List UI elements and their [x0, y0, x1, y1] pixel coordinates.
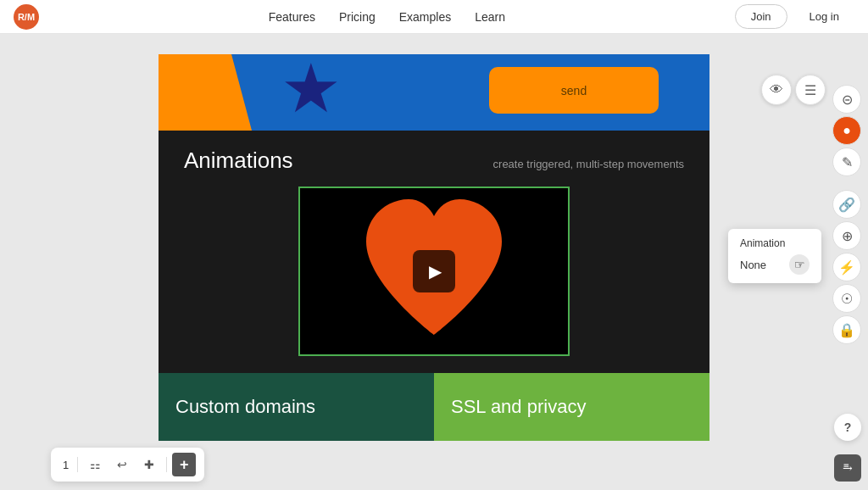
- link-icon: 🔗: [838, 197, 855, 213]
- toolbar-divider-2: [166, 457, 167, 472]
- popup-value[interactable]: None: [740, 259, 766, 271]
- nav-examples[interactable]: Examples: [399, 10, 451, 24]
- menu-button[interactable]: ☰: [795, 75, 826, 105]
- popup-cursor: ☞: [789, 254, 810, 275]
- layers-icon: ⚏: [90, 458, 101, 471]
- bottom-toolbar: 1 ⚏ ↩ ✚ +: [51, 448, 204, 482]
- send-pill: send: [489, 67, 659, 114]
- grid-tool[interactable]: ⊝: [832, 85, 861, 114]
- nav-actions: Join Log in: [735, 4, 854, 29]
- video-player[interactable]: ▶: [298, 187, 570, 356]
- globe-tool[interactable]: ☉: [832, 284, 861, 313]
- play-icon: ▶: [429, 261, 442, 281]
- menu-icon: ☰: [804, 82, 816, 98]
- canvas-area: 👁 ☰ ★ send Animations create triggered, …: [0, 34, 868, 490]
- fullscreen-icon: ⥱: [843, 461, 853, 475]
- zoom-icon: ⊕: [842, 228, 853, 244]
- help-button[interactable]: ?: [834, 414, 861, 441]
- bottom-sections: Custom domains SSL and privacy: [159, 373, 709, 441]
- dot-icon: ●: [843, 123, 851, 138]
- section-header: Animations create triggered, multi-step …: [184, 148, 684, 174]
- logo-text: R/M: [18, 12, 35, 22]
- lightning-tool[interactable]: ⚡: [832, 253, 861, 281]
- fullscreen-button[interactable]: ⥱: [834, 454, 861, 482]
- nav-features[interactable]: Features: [269, 10, 315, 24]
- top-navigation: R/M Features Pricing Examples Learn Join…: [0, 0, 868, 34]
- layers-button[interactable]: ⚏: [83, 453, 107, 476]
- eye-icon: 👁: [770, 82, 783, 97]
- toolbar-divider-1: [77, 457, 78, 472]
- cursor-icon: ☞: [794, 258, 805, 271]
- orange-shape: [159, 54, 252, 131]
- lightning-icon: ⚡: [838, 259, 855, 276]
- custom-domains-label: Custom domains: [175, 396, 315, 418]
- nav-pricing[interactable]: Pricing: [339, 10, 376, 24]
- canvas-content: ★ send Animations create triggered, mult…: [159, 54, 709, 470]
- page-number: 1: [59, 459, 72, 471]
- star-shape: ★: [269, 54, 353, 131]
- animations-subtitle: create triggered, multi-step movements: [493, 158, 684, 170]
- grid-icon: ⊝: [842, 92, 853, 108]
- zoom-tool[interactable]: ⊕: [832, 221, 861, 250]
- lock-icon: 🔒: [838, 322, 855, 338]
- top-section: ★ send: [159, 54, 709, 131]
- globe-icon: ☉: [841, 291, 853, 307]
- ssl-privacy-section: SSL and privacy: [434, 373, 709, 441]
- join-button[interactable]: Join: [735, 4, 787, 29]
- brush-icon: ✎: [842, 154, 853, 170]
- animation-popup: Animation None ☞: [728, 229, 821, 283]
- nav-learn[interactable]: Learn: [475, 10, 505, 24]
- login-button[interactable]: Log in: [794, 5, 854, 28]
- dot-tool[interactable]: ●: [832, 116, 861, 145]
- tool-group-top: ⊝ ● ✎: [832, 85, 861, 176]
- ssl-label: SSL and privacy: [451, 396, 586, 418]
- tool-group-bottom: 🔗 ⊕ ⚡ ☉ 🔒: [832, 190, 861, 344]
- help-icon: ?: [844, 420, 852, 434]
- right-sidebar: ⊝ ● ✎ 🔗 ⊕ ⚡ ☉ 🔒: [832, 76, 861, 448]
- undo-icon: ↩: [117, 458, 127, 471]
- popup-title: Animation: [740, 237, 810, 249]
- link-tool[interactable]: 🔗: [832, 190, 861, 219]
- custom-domains-section: Custom domains: [159, 373, 434, 441]
- eye-button[interactable]: 👁: [761, 75, 792, 105]
- view-controls: 👁 ☰: [761, 75, 826, 105]
- brush-tool[interactable]: ✎: [832, 148, 861, 176]
- logo[interactable]: R/M: [14, 4, 39, 30]
- add-page-button[interactable]: +: [172, 453, 196, 476]
- popup-row: None ☞: [740, 254, 810, 275]
- stack-button[interactable]: ✚: [137, 453, 161, 476]
- send-label: send: [561, 84, 587, 97]
- animations-title: Animations: [184, 148, 293, 174]
- add-icon: +: [180, 456, 189, 474]
- nav-links: Features Pricing Examples Learn: [269, 10, 505, 24]
- undo-button[interactable]: ↩: [110, 453, 134, 476]
- stack-icon: ✚: [144, 458, 154, 471]
- lock-tool[interactable]: 🔒: [832, 315, 861, 344]
- play-button[interactable]: ▶: [413, 250, 455, 292]
- animations-section: Animations create triggered, multi-step …: [159, 131, 709, 373]
